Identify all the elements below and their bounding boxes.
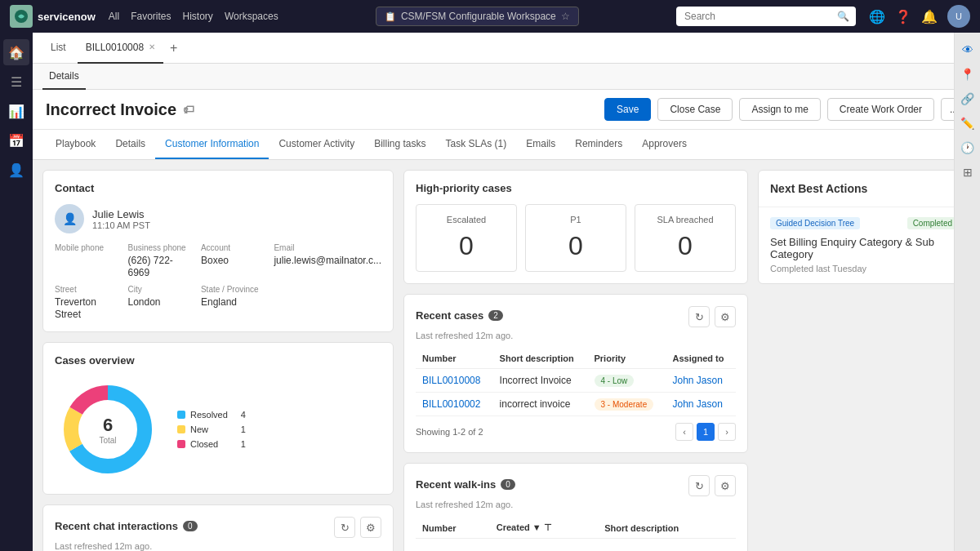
content-area: Contact 👤 Julie Lewis 11:10 AM PST Mobil… xyxy=(33,160,980,551)
chart-legend: Resolved 4 New 1 Closed 1 xyxy=(177,410,246,449)
nav-favorites[interactable]: Favorites xyxy=(131,11,171,22)
email-label: Email xyxy=(274,243,381,252)
contact-avatar: 👤 xyxy=(55,204,84,233)
next-page-button[interactable]: › xyxy=(718,423,736,441)
details-tab[interactable]: Details xyxy=(42,64,86,90)
tab-bill[interactable]: BILL0010008 ✕ xyxy=(78,33,163,64)
sub-tab-emails[interactable]: Emails xyxy=(516,130,565,159)
cases-col-number: Number xyxy=(416,349,493,369)
contact-mobile: Mobile phone xyxy=(55,243,121,278)
recent-cases-subtitle: Last refreshed 12m ago. xyxy=(416,331,736,340)
create-work-order-button[interactable]: Create Work Order xyxy=(827,98,934,121)
nba-title: Next Best Actions xyxy=(770,182,958,195)
cases-overview-title: Cases overview xyxy=(55,354,381,367)
right-sidebar-link[interactable]: 🔗 xyxy=(957,88,978,109)
sub-tab-task-slas[interactable]: Task SLAs (1) xyxy=(436,130,517,159)
nav-all[interactable]: All xyxy=(109,11,119,22)
street-value: Treverton Street xyxy=(55,296,96,320)
sub-tab-billing-tasks[interactable]: Billing tasks xyxy=(364,130,435,159)
walkins-refresh-button[interactable]: ↻ xyxy=(688,475,710,496)
right-sidebar-clock[interactable]: 🕐 xyxy=(957,137,978,158)
cases-table: Number Short description Priority Assign… xyxy=(416,349,736,416)
case-number-1[interactable]: BILL0010008 xyxy=(422,375,480,386)
cases-overview-content: 6 Total Resolved 4 New 1 xyxy=(55,376,381,482)
business-label: Business phone xyxy=(127,243,194,252)
user-avatar[interactable]: U xyxy=(947,5,970,28)
workspace-badge[interactable]: 📋 CSM/FSM Configurable Workspace ☆ xyxy=(376,7,579,26)
sub-tab-customer-info[interactable]: Customer Information xyxy=(155,130,269,159)
donut-total: 6 xyxy=(99,415,116,436)
right-sidebar-grid[interactable]: ⊞ xyxy=(957,162,978,183)
chat-refresh-button[interactable]: ↻ xyxy=(334,517,355,538)
sidebar-home[interactable]: 🏠 xyxy=(3,39,29,65)
hp-grid: Escalated 0 P1 0 SLA breached 0 xyxy=(416,204,736,272)
nba-item-header: Guided Decision Tree Completed xyxy=(770,217,958,229)
tag-icon[interactable]: 🏷 xyxy=(183,103,194,116)
sub-tab-playbook[interactable]: Playbook xyxy=(46,130,105,159)
recent-cases-badge: 2 xyxy=(488,310,503,321)
recent-cases-actions: ↻ ⚙ xyxy=(688,306,736,327)
left-sidebar: 🏠 ☰ 📊 📅 👤 xyxy=(0,33,33,551)
pagination-showing: Showing 1-2 of 2 xyxy=(416,427,483,437)
nav-history[interactable]: History xyxy=(183,11,213,22)
globe-icon[interactable]: 🌐 xyxy=(869,9,885,24)
walkins-actions: ↻ ⚙ xyxy=(688,475,736,496)
assigned-1[interactable]: John Jason xyxy=(673,375,723,386)
hp-sla-value: 0 xyxy=(645,231,725,261)
chat-header: Recent chat interactions 0 ↻ ⚙ xyxy=(55,517,381,538)
calendar-icon: 📋 xyxy=(385,11,396,22)
contact-city: City London xyxy=(127,285,194,320)
sidebar-calendar[interactable]: 📅 xyxy=(3,127,29,153)
sub-tab-reminders[interactable]: Reminders xyxy=(565,130,632,159)
prev-page-button[interactable]: ‹ xyxy=(675,423,693,441)
email-value: julie.lewis@mailnator.c... xyxy=(274,255,381,266)
walkins-subtitle: Last refreshed 12m ago. xyxy=(416,500,736,509)
nba-header: Next Best Actions xyxy=(759,171,969,207)
bell-icon[interactable]: 🔔 xyxy=(921,9,938,24)
walkins-settings-button[interactable]: ⚙ xyxy=(715,475,736,496)
legend-resolved: Resolved 4 xyxy=(177,410,246,420)
tab-list[interactable]: List xyxy=(42,33,74,64)
priority-badge-1: 4 - Low xyxy=(595,375,635,387)
right-sidebar-pin[interactable]: 📍 xyxy=(957,64,978,85)
search-container: 🔍 xyxy=(676,7,856,26)
legend-closed-count: 1 xyxy=(233,439,246,449)
case-number-2[interactable]: BILL0010002 xyxy=(422,398,480,410)
assigned-2[interactable]: John Jason xyxy=(673,398,723,410)
right-sidebar-eye[interactable]: 👁 xyxy=(957,39,978,60)
sidebar-chart[interactable]: 📊 xyxy=(3,98,29,124)
right-sidebar-pencil[interactable]: ✏️ xyxy=(957,113,978,134)
sub-tab-approvers[interactable]: Approvers xyxy=(632,130,697,159)
sub-tab-customer-activity[interactable]: Customer Activity xyxy=(269,130,364,159)
state-label: State / Province xyxy=(201,285,267,294)
cases-overview-card: Cases overview 6 Total xyxy=(42,342,394,495)
donut-chart: 6 Total xyxy=(55,376,161,482)
cases-settings-button[interactable]: ⚙ xyxy=(715,306,736,327)
tab-add-button[interactable]: + xyxy=(170,41,177,56)
nav-workspaces[interactable]: Workspaces xyxy=(225,11,278,22)
legend-dot-closed xyxy=(177,440,185,448)
table-row: BILL0010008 Incorrect Invoice 4 - Low Jo… xyxy=(416,369,736,393)
sidebar-person[interactable]: 👤 xyxy=(3,157,29,183)
close-case-button[interactable]: Close Case xyxy=(657,98,733,121)
search-input[interactable] xyxy=(676,7,856,26)
tab-close-icon[interactable]: ✕ xyxy=(149,42,155,51)
hp-escalated-label: Escalated xyxy=(426,215,506,224)
cases-refresh-button[interactable]: ↻ xyxy=(688,306,710,327)
nba-item: Guided Decision Tree Completed Set Billi… xyxy=(759,207,969,283)
nba-time: Completed last Tuesday xyxy=(770,264,958,273)
save-button[interactable]: Save xyxy=(604,98,651,121)
recent-walkins-card: Recent walk-ins 0 ↻ ⚙ Last refreshed 12m… xyxy=(403,463,748,551)
legend-closed-label: Closed xyxy=(190,439,218,449)
chat-settings-button[interactable]: ⚙ xyxy=(360,517,381,538)
nba-description: Set Billing Enquiry Category & Sub Categ… xyxy=(770,236,958,260)
help-icon[interactable]: ❓ xyxy=(895,9,911,24)
legend-resolved-count: 4 xyxy=(233,410,246,420)
star-icon: ☆ xyxy=(561,11,570,22)
sidebar-list[interactable]: ☰ xyxy=(3,69,29,95)
sub-tab-details[interactable]: Details xyxy=(105,130,155,159)
walkins-table: Number Created ▼ ⊤ Short description xyxy=(416,518,736,539)
chat-title: Recent chat interactions xyxy=(55,520,178,532)
assign-to-me-button[interactable]: Assign to me xyxy=(739,98,820,121)
details-bar: Details ••• xyxy=(33,64,980,90)
